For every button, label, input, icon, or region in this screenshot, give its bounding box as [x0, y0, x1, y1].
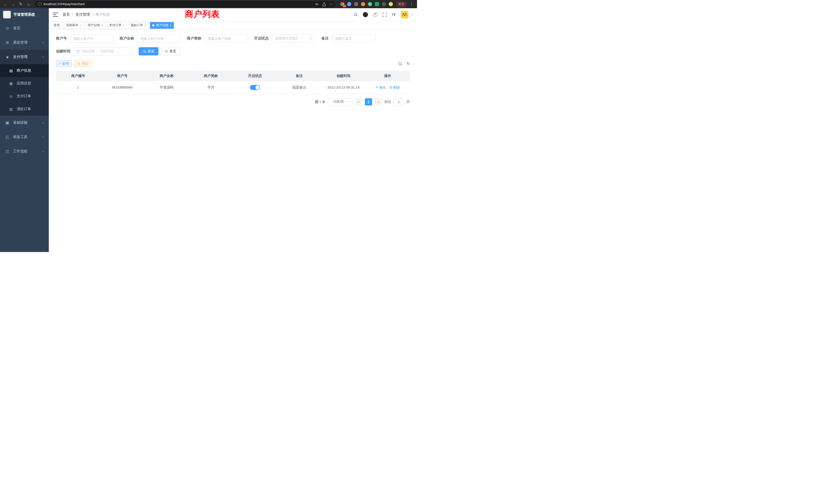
tab-process-form[interactable]: 流程表单 ×	[64, 22, 84, 29]
dashboard-icon: ⊙	[5, 26, 10, 30]
tab-user-group[interactable]: 用户分组 ×	[85, 22, 105, 29]
sidebar-item-payment-order[interactable]: ◎ 支付订单	[0, 90, 49, 102]
tab-close-icon[interactable]: ×	[170, 24, 172, 27]
goto-page-input[interactable]	[394, 98, 404, 106]
sidebar-item-home[interactable]: ⊙ 首页	[0, 21, 49, 36]
sidebar-item-infrastructure[interactable]: ▣ 基础设施	[0, 115, 49, 130]
sidebar-item-label: 首页	[13, 26, 20, 30]
extension-icon[interactable]	[354, 2, 358, 6]
tab-close-icon[interactable]: ×	[80, 24, 81, 27]
order-icon: ◎	[9, 94, 13, 98]
col-header-actions: 操作	[366, 71, 410, 81]
sidebar-item-label: 支付管理	[13, 55, 27, 59]
site-info-icon[interactable]: i	[38, 2, 42, 6]
table-row: 1 M233666999 芋道源码 芋艿 我是备注 2021-10-23 08:…	[56, 81, 410, 94]
bookmark-star-icon[interactable]: ☆	[329, 2, 332, 6]
yen-icon: ¥	[5, 55, 10, 59]
extension-icon[interactable]	[389, 2, 393, 6]
extension-icon[interactable]: 10	[340, 2, 344, 6]
page-size-select[interactable]: 10条/页 ▾	[328, 98, 353, 106]
toggle-search-icon[interactable]	[398, 62, 402, 66]
merchant-no-input[interactable]	[70, 35, 113, 43]
search-button[interactable]: 搜索	[139, 47, 158, 55]
tab-payment-order[interactable]: 支付订单 ×	[107, 22, 127, 29]
logo[interactable]: 芋道管理系统	[0, 8, 49, 21]
browser-update-button[interactable]: 更新	[396, 1, 407, 7]
font-size-icon[interactable]: TT	[392, 13, 396, 17]
cell-remark: 我是备注	[277, 81, 321, 94]
merchant-no-label: 商户号	[56, 36, 67, 41]
tab-home[interactable]: 首页	[51, 22, 62, 29]
fullscreen-icon[interactable]	[382, 13, 387, 17]
home-icon[interactable]: ⌂	[26, 2, 31, 6]
extension-icon[interactable]	[347, 2, 351, 6]
prev-page-button[interactable]: ‹	[355, 98, 362, 106]
cell-short-name: 芋艿	[189, 81, 233, 94]
sidebar-item-payment[interactable]: ¥ 支付管理	[0, 50, 49, 64]
avatar-caret-icon[interactable]: ▾	[412, 13, 413, 16]
tab-merchant-info[interactable]: 商户信息 ×	[150, 22, 174, 29]
next-page-button[interactable]: ›	[375, 98, 382, 106]
full-name-input[interactable]	[137, 35, 181, 43]
page-content: 商户号 商户全称 商户简称 开启状态 请选择开启状态 ▾	[49, 30, 417, 252]
chevron-down-icon	[42, 150, 45, 152]
search-icon	[143, 50, 146, 53]
export-button[interactable]: 导出	[74, 60, 91, 67]
extension-icon[interactable]	[382, 2, 386, 6]
page-button-1[interactable]: 1	[365, 98, 372, 106]
cell-actions: ✎ 修改 删除	[366, 81, 410, 94]
extension-badge: 10	[343, 5, 346, 7]
reset-button[interactable]: ↻ 重置	[161, 47, 180, 55]
breadcrumb-home[interactable]: 首页	[63, 12, 70, 17]
back-icon[interactable]: ←	[3, 2, 8, 6]
remark-input[interactable]	[332, 35, 375, 43]
sidebar-item-workflow[interactable]: ◫ 工作流程	[0, 144, 49, 159]
extensions-area: 10	[340, 2, 393, 6]
password-key-icon[interactable]	[315, 2, 319, 6]
refresh-table-icon[interactable]: ↻	[407, 61, 410, 66]
tab-refund-order[interactable]: 退款订单 ×	[128, 22, 148, 29]
pagination: 共 1 条 10条/页 ▾ ‹ 1 › 前往 页	[56, 98, 410, 106]
sidebar-item-merchant-info[interactable]: ▤ 商户信息	[0, 64, 49, 77]
create-time-range-picker[interactable]: 开始日期 - 结束日期	[73, 47, 132, 55]
filter-merchant-no: 商户号	[56, 35, 113, 43]
sidebar-item-app-info[interactable]: ▦ 应用信息	[0, 77, 49, 90]
short-name-input[interactable]	[204, 35, 248, 43]
breadcrumb-payment[interactable]: 支付管理	[75, 12, 90, 17]
status-select[interactable]: 请选择开启状态 ▾	[272, 35, 315, 43]
tab-close-icon[interactable]: ×	[144, 24, 146, 27]
chevron-down-icon	[42, 121, 45, 123]
reload-icon[interactable]: ↻	[18, 2, 24, 6]
github-icon[interactable]	[363, 12, 368, 17]
edit-link[interactable]: ✎ 修改	[375, 85, 386, 90]
trash-icon	[389, 86, 392, 89]
header-search-icon[interactable]	[354, 13, 358, 17]
filter-short-name: 商户简称	[187, 35, 248, 43]
share-icon[interactable]	[323, 2, 326, 6]
sidebar-item-dev-tools[interactable]: ◰ 研发工具	[0, 130, 49, 144]
navbar: 首页 / 支付管理 / 商户信息 ? TT ▾	[49, 8, 417, 21]
help-icon[interactable]: ?	[373, 13, 377, 17]
breadcrumb-current: 商户信息	[95, 12, 110, 17]
extension-icon[interactable]	[375, 2, 379, 6]
browser-menu-icon[interactable]: ⋮	[409, 2, 414, 6]
delete-link[interactable]: 删除	[389, 85, 400, 90]
col-header-merchant-no: 商户号	[100, 71, 144, 81]
full-name-label: 商户全称	[120, 36, 134, 41]
url-bar[interactable]: i localhost:1024/pay/merchant ☆	[35, 1, 336, 7]
table-toolbar: + 新增 导出 ↻	[56, 60, 410, 67]
user-avatar[interactable]	[401, 11, 409, 19]
cell-merchant-no: M233666999	[100, 81, 144, 94]
sidebar-item-system[interactable]: ⚙ 系统管理	[0, 36, 49, 50]
workflow-icon: ◫	[5, 149, 10, 154]
sidebar-item-refund-order[interactable]: ▥ 退款订单	[0, 102, 49, 115]
status-toggle[interactable]	[250, 85, 260, 90]
tab-close-icon[interactable]: ×	[123, 24, 125, 27]
add-button[interactable]: + 新增	[56, 60, 72, 67]
sidebar-toggle-icon[interactable]	[53, 13, 58, 17]
forward-icon[interactable]: →	[10, 2, 16, 6]
extension-icon[interactable]	[361, 2, 365, 6]
tab-close-icon[interactable]: ×	[101, 24, 103, 27]
payment-submenu: ▤ 商户信息 ▦ 应用信息 ◎ 支付订单 ▥ 退款订单	[0, 64, 49, 115]
extension-icon[interactable]	[368, 2, 372, 6]
